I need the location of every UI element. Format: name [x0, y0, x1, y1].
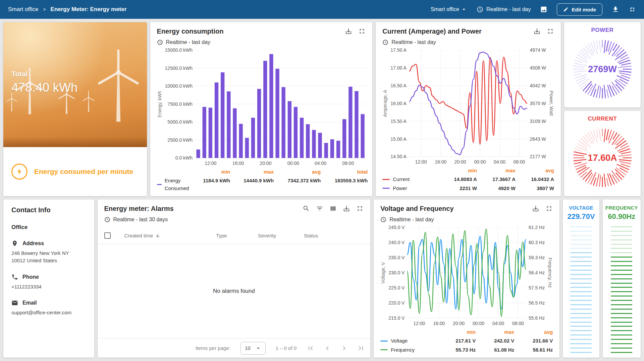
legend-min-header: min — [437, 328, 476, 336]
x-axis-labels: 12:0016:0020:0000:0004:0008:00 — [407, 318, 526, 327]
legend-series-power[interactable]: Power — [382, 185, 438, 192]
select-all-checkbox[interactable] — [104, 232, 111, 239]
export-icon[interactable] — [532, 205, 539, 212]
edit-mode-button[interactable]: Edit mode — [557, 3, 602, 16]
level-gauge-line — [611, 330, 632, 331]
fullscreen-icon[interactable] — [547, 28, 554, 35]
export-icon[interactable] — [533, 28, 541, 35]
legend-series-voltage[interactable]: Voltage — [380, 337, 437, 345]
level-gauge-line — [570, 239, 592, 240]
power-gauge-card: POWER 2769W — [564, 22, 641, 107]
legend-total-value: 183559.3 kWh — [321, 177, 368, 192]
level-gauge-line — [570, 309, 592, 310]
current-avg: 16.0432 A — [516, 176, 554, 183]
fullscreen-icon[interactable] — [356, 205, 364, 212]
fullscreen-icon[interactable] — [358, 28, 366, 35]
x-tick-label: 04:00 — [492, 321, 504, 326]
location-pin-icon — [11, 240, 18, 247]
previous-page-button[interactable] — [323, 344, 331, 352]
legend-avg-header: avg — [514, 328, 553, 336]
export-icon[interactable] — [343, 205, 350, 212]
contact-title: Contact Info — [11, 206, 86, 214]
filter-icon[interactable] — [316, 205, 323, 212]
level-gauge-line — [570, 283, 592, 284]
level-gauge-line — [570, 343, 592, 344]
frequency-gauge-title: FREQUENCY — [605, 205, 638, 211]
level-gauge-line — [611, 300, 632, 301]
right-axis-labels: 4974 W4508 W4042 W3575 W3109 W2643 W2177… — [527, 50, 549, 157]
widget-timewindow[interactable]: Realtime - last day — [382, 39, 554, 45]
widget-timewindow[interactable]: Realtime - last day — [380, 217, 553, 223]
clock-icon — [382, 39, 388, 45]
timewindow-button[interactable]: Realtime - last day — [477, 6, 531, 13]
x-tick-label: 00:00 — [473, 321, 484, 326]
right-axis-labels: 61.2 Hz60.3 Hz59.3 Hz58.4 Hz57.5 Hz56.5 … — [526, 227, 547, 318]
level-gauge-line — [570, 270, 592, 271]
current-gauge-value: 17.60A — [588, 153, 617, 163]
level-gauge-line — [570, 313, 592, 314]
alarms-card: Energy meter: Alarms Realtime - last 30 … — [98, 199, 371, 358]
topbar: Smart office > Energy Meter: Energy mete… — [0, 0, 644, 19]
columns-icon[interactable] — [329, 205, 337, 212]
sort-desc-icon — [155, 233, 160, 238]
screenshot-icon[interactable] — [540, 6, 547, 13]
legend-total-header: total — [321, 168, 368, 176]
breadcrumb-current: Energy Meter: Energy meter — [51, 6, 127, 13]
power-avg: 3807 W — [516, 185, 554, 192]
level-gauge-line — [570, 330, 592, 331]
export-icon[interactable] — [345, 28, 352, 35]
level-gauge-line — [570, 322, 592, 323]
download-icon[interactable] — [612, 6, 619, 13]
search-icon[interactable] — [303, 205, 310, 212]
legend-avg-header: avg — [516, 167, 554, 175]
power-gauge-title: POWER — [591, 27, 614, 34]
level-gauge-line — [611, 239, 632, 240]
column-created-time[interactable]: Created time — [124, 233, 216, 238]
items-per-page-select[interactable]: 10 — [240, 342, 266, 355]
level-gauge-line — [611, 322, 632, 323]
widget-timewindow[interactable]: Realtime - last 30 days — [104, 217, 364, 223]
level-gauge-line — [611, 252, 632, 253]
legend-series-frequency[interactable]: Frequency — [380, 346, 437, 354]
last-page-button[interactable] — [357, 344, 365, 352]
level-gauge-line — [570, 291, 592, 292]
level-gauge-line — [611, 296, 632, 297]
total-label: Total — [11, 70, 77, 78]
level-gauge-line — [611, 283, 632, 284]
email-icon — [11, 300, 18, 306]
legend-series-label: Frequency — [391, 346, 415, 354]
total-value: 478.40 kWh — [11, 81, 77, 95]
next-page-button[interactable] — [340, 344, 348, 352]
column-type[interactable]: Type — [216, 233, 258, 238]
column-severity[interactable]: Severity — [258, 233, 304, 238]
level-gauge-line — [611, 339, 632, 340]
left-axis-labels: 245.0 V240.0 V235.0 V230.0 V225.0 V220.0… — [386, 227, 407, 318]
breadcrumb-separator: > — [43, 7, 46, 12]
frequency-min: 55.73 Hz — [437, 346, 476, 354]
pencil-icon — [563, 7, 569, 12]
energy-per-minute-footer: Energy consumed per minute — [3, 147, 147, 196]
column-status[interactable]: Status — [304, 233, 364, 238]
power-max: 4920 W — [477, 185, 516, 192]
fullscreen-icon[interactable] — [545, 205, 553, 212]
line-chart — [409, 50, 527, 157]
widget-timewindow[interactable]: Realtime - last day — [157, 39, 366, 45]
entity-select[interactable]: Smart office — [431, 6, 467, 13]
first-page-button[interactable] — [307, 344, 315, 352]
frequency-avg: 58.61 Hz — [514, 346, 553, 354]
breadcrumb-root[interactable]: Smart office — [8, 6, 38, 13]
power-min: 2231 W — [438, 185, 477, 192]
legend-series-current[interactable]: Current — [382, 176, 438, 183]
no-alarms-message: No alarms found — [98, 244, 371, 338]
x-tick-label: 08:00 — [512, 321, 524, 326]
legend-min-header: min — [192, 168, 230, 176]
clock-icon — [157, 39, 163, 45]
frequency-max: 61.08 Hz — [476, 346, 514, 354]
current-min: 14.8083 A — [438, 176, 477, 183]
level-gauge-line — [611, 309, 632, 310]
level-gauge-line — [611, 352, 632, 353]
legend-series-energy-consumed[interactable]: Energy Consumed — [157, 177, 192, 192]
legend-series-label: Power — [393, 185, 407, 192]
level-gauge-line — [570, 278, 592, 279]
collapse-icon[interactable] — [629, 6, 636, 13]
